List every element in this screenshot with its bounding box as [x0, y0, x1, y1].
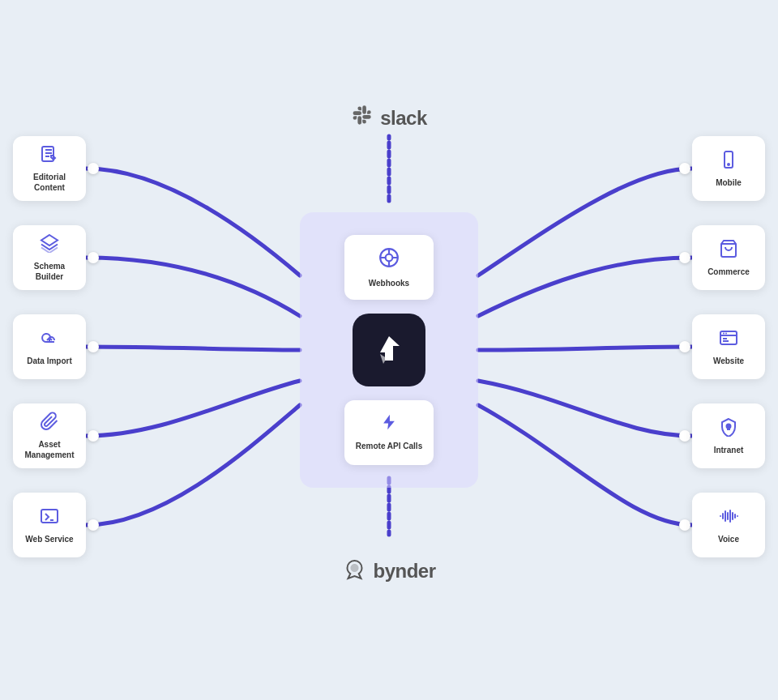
mobile-label: Mobile: [716, 177, 742, 188]
diagram-container: .conn-line { fill: none; stroke: #4a3fcc…: [0, 0, 778, 700]
paperclip-icon: [40, 412, 59, 434]
svg-point-12: [727, 424, 731, 428]
slack-icon: [351, 104, 374, 132]
svg-point-4: [728, 164, 729, 165]
cart-icon: [719, 239, 738, 262]
edit-icon: [40, 144, 59, 167]
schema-builder-label: Schema Builder: [19, 261, 79, 282]
bynder-text: bynder: [373, 560, 435, 583]
node-voice: Voice: [692, 493, 765, 557]
connector-dot-commerce: [679, 252, 690, 263]
editorial-content-label: Editorial Content: [19, 172, 79, 193]
node-data-import: Data Import: [13, 314, 86, 379]
bolt-icon: [380, 413, 398, 436]
node-mobile: Mobile: [692, 136, 765, 201]
connector-dot-dataimport: [88, 341, 99, 352]
connector-dot-website: [679, 341, 690, 352]
node-commerce: Commerce: [692, 225, 765, 290]
webhooks-icon: [378, 247, 400, 273]
waveform-icon: [719, 506, 738, 529]
connector-dot-voice: [679, 519, 690, 531]
browser-icon: [719, 328, 738, 351]
web-service-label: Web Service: [25, 534, 73, 544]
connector-dot-webservice: [88, 519, 99, 531]
node-asset-management: Asset Management: [13, 403, 86, 468]
slack-brand: slack: [351, 104, 427, 132]
website-label: Website: [713, 356, 744, 366]
connector-dot-mobile: [679, 163, 690, 174]
layers-icon: [40, 233, 59, 256]
webhooks-card: Webhooks: [344, 235, 434, 300]
node-website: Website: [692, 314, 765, 379]
intranet-label: Intranet: [714, 445, 744, 455]
slack-text: slack: [380, 107, 427, 130]
connector-dot-intranet: [679, 430, 690, 442]
node-intranet: Intranet: [692, 403, 765, 468]
remote-api-card: Remote API Calls: [344, 400, 434, 465]
connector-dot-asset: [88, 430, 99, 442]
webhooks-label: Webhooks: [369, 278, 409, 288]
node-editorial-content: Editorial Content: [13, 136, 86, 201]
data-import-label: Data Import: [27, 356, 72, 366]
shield-icon: [719, 417, 738, 440]
cloud-upload-icon: [40, 328, 59, 351]
center-hub: [353, 314, 425, 386]
center-panel: Webhooks Remote API Calls: [300, 212, 478, 488]
bynder-icon: [342, 557, 366, 585]
connector-dot-schema: [88, 252, 99, 263]
commerce-label: Commerce: [707, 267, 750, 277]
connector-dot-editorial: [88, 163, 99, 174]
remote-api-label: Remote API Calls: [356, 441, 422, 451]
svg-marker-1: [41, 235, 58, 245]
asset-management-label: Asset Management: [19, 439, 79, 460]
voice-label: Voice: [718, 534, 739, 544]
node-web-service: Web Service: [13, 493, 86, 557]
mobile-icon: [719, 150, 738, 173]
node-schema-builder: Schema Builder: [13, 225, 86, 290]
svg-rect-2: [41, 510, 58, 523]
bynder-brand: bynder: [342, 557, 435, 585]
terminal-icon: [40, 506, 59, 529]
